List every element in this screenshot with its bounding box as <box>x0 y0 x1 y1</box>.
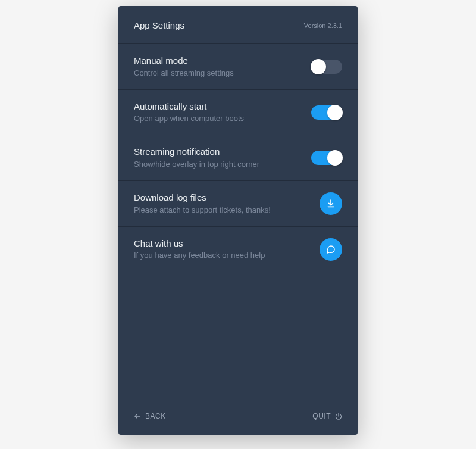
row-title: Automatically start <box>134 101 302 113</box>
row-manual-mode: Manual mode Control all streaming settin… <box>118 43 358 89</box>
row-text: Download log files Please attach to supp… <box>134 192 310 216</box>
toggle-knob <box>311 59 326 74</box>
arrow-left-icon <box>134 413 141 420</box>
row-title: Download log files <box>134 192 310 204</box>
quit-label: QUIT <box>312 412 331 420</box>
row-text: Streaming notification Show/hide overlay… <box>134 146 302 170</box>
back-label: BACK <box>145 412 166 420</box>
row-subtitle: Control all streaming settings <box>134 68 302 79</box>
row-subtitle: Show/hide overlay in top right corner <box>134 159 302 170</box>
manual-mode-toggle[interactable] <box>311 60 342 74</box>
toggle-knob <box>327 105 343 120</box>
stream-notification-toggle[interactable] <box>311 151 342 165</box>
row-chat: Chat with us If you have any feedback or… <box>118 226 358 272</box>
header: App Settings Version 2.3.1 <box>118 6 358 43</box>
row-control <box>311 60 342 74</box>
row-subtitle: Open app when computer boots <box>134 113 302 124</box>
row-subtitle: If you have any feedback or need help <box>134 250 310 261</box>
row-text: Automatically start Open app when comput… <box>134 101 302 124</box>
row-control <box>311 105 342 120</box>
row-control <box>311 151 342 165</box>
row-title: Chat with us <box>134 238 310 250</box>
row-download-logs: Download log files Please attach to supp… <box>118 180 358 226</box>
download-logs-button[interactable] <box>320 192 342 215</box>
row-control <box>320 238 342 261</box>
quit-button[interactable]: QUIT <box>312 412 342 420</box>
spacer <box>118 272 358 400</box>
back-button[interactable]: BACK <box>134 412 166 420</box>
chat-icon <box>326 245 336 254</box>
row-subtitle: Please attach to support tickets, thanks… <box>134 205 310 216</box>
settings-list: Manual mode Control all streaming settin… <box>118 43 358 272</box>
row-title: Manual mode <box>134 55 302 67</box>
chat-button[interactable] <box>320 238 342 261</box>
footer: BACK QUIT <box>118 400 358 435</box>
row-text: Chat with us If you have any feedback or… <box>134 238 310 261</box>
auto-start-toggle[interactable] <box>311 105 342 120</box>
download-icon <box>326 199 336 208</box>
page-title: App Settings <box>134 20 184 30</box>
version-label: Version 2.3.1 <box>304 22 342 29</box>
row-control <box>320 192 342 215</box>
toggle-knob <box>327 150 343 166</box>
power-icon <box>335 413 342 420</box>
row-title: Streaming notification <box>134 146 302 158</box>
row-text: Manual mode Control all streaming settin… <box>134 55 302 79</box>
row-auto-start: Automatically start Open app when comput… <box>118 89 358 135</box>
row-stream-notification: Streaming notification Show/hide overlay… <box>118 135 358 180</box>
settings-panel: App Settings Version 2.3.1 Manual mode C… <box>118 6 358 435</box>
